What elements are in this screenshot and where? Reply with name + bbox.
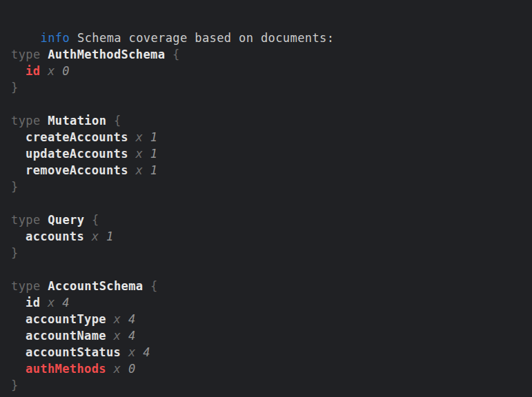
blank-line	[11, 261, 525, 278]
type-name: Mutation	[41, 114, 107, 128]
field-coverage-line: accountType x 4	[11, 311, 525, 327]
coverage-blocks: type AuthMethodSchema {id x 0}type Mutat…	[11, 30, 525, 394]
hit-count: 4	[143, 345, 150, 359]
blank-line	[11, 195, 525, 212]
hit-count: 0	[62, 64, 70, 78]
close-brace-line: }	[11, 377, 525, 394]
field-coverage-line: id x 4	[11, 294, 525, 311]
open-brace: {	[84, 213, 99, 227]
multiplier: x	[121, 345, 143, 359]
field-coverage-line: updateAccounts x 1	[11, 145, 525, 162]
multiplier: x	[106, 312, 128, 326]
field-coverage-line: removeAccounts x 1	[11, 162, 525, 179]
coverage-heading: Schema coverage based on documents:	[77, 31, 334, 45]
multiplier: x	[128, 163, 150, 177]
multiplier: x	[106, 329, 128, 343]
close-brace: }	[11, 378, 19, 392]
close-brace: }	[11, 246, 19, 260]
close-brace: }	[11, 180, 19, 194]
open-brace: {	[165, 48, 179, 61]
terminal-output[interactable]: infoSchema coverage based on documents: …	[0, 0, 532, 397]
type-name: Query	[41, 213, 85, 227]
type-declaration-line: type Query {	[11, 212, 525, 228]
type-declaration-line: type Mutation {	[11, 112, 525, 129]
multiplier: x	[128, 130, 150, 144]
close-brace-line: }	[11, 179, 525, 195]
type-name: AuthMethodSchema	[41, 48, 166, 61]
type-declaration-line: type AuthMethodSchema {	[11, 46, 525, 63]
hit-count: 1	[150, 163, 158, 177]
field-name: accountType	[26, 312, 106, 326]
field-coverage-line: accountStatus x 4	[11, 344, 525, 360]
hit-count: 4	[128, 329, 136, 343]
field-name: updateAccounts	[26, 147, 128, 161]
info-label: info	[41, 31, 70, 45]
field-coverage-line: accountName x 4	[11, 327, 525, 344]
field-coverage-line: createAccounts x 1	[11, 129, 525, 145]
blank-line	[11, 96, 525, 112]
hit-count: 0	[128, 362, 136, 376]
close-brace-line: }	[11, 79, 525, 96]
type-keyword: type	[11, 114, 41, 128]
type-name: AccountSchema	[41, 279, 144, 293]
field-name: accounts	[26, 230, 84, 243]
multiplier: x	[84, 230, 106, 243]
hit-count: 1	[150, 130, 158, 144]
multiplier: x	[40, 64, 62, 78]
open-brace: {	[106, 114, 121, 128]
field-name: accountName	[26, 329, 106, 343]
field-name: removeAccounts	[26, 163, 128, 177]
multiplier: x	[128, 147, 150, 161]
field-coverage-line: accounts x 1	[11, 228, 525, 245]
close-brace-line: }	[11, 245, 525, 261]
hit-count: 1	[150, 147, 158, 161]
hit-count: 1	[106, 230, 114, 243]
hit-count: 4	[62, 296, 70, 309]
multiplier: x	[106, 362, 128, 376]
type-keyword: type	[11, 48, 41, 61]
close-brace: }	[11, 81, 19, 94]
field-name: authMethods	[26, 362, 106, 376]
field-name: createAccounts	[26, 130, 128, 144]
info-line: infoSchema coverage based on documents:	[11, 13, 525, 30]
type-declaration-line: type AccountSchema {	[11, 278, 525, 294]
multiplier: x	[40, 296, 62, 309]
field-coverage-line: authMethods x 0	[11, 360, 525, 377]
field-name: id	[26, 64, 40, 78]
field-coverage-line: id x 0	[11, 63, 525, 79]
field-name: accountStatus	[26, 345, 121, 359]
hit-count: 4	[128, 312, 136, 326]
open-brace: {	[143, 279, 157, 293]
field-name: id	[26, 296, 40, 309]
type-keyword: type	[11, 279, 41, 293]
type-keyword: type	[11, 213, 41, 227]
